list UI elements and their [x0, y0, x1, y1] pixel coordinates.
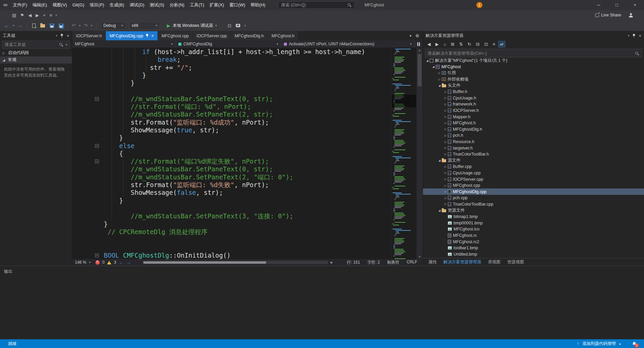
scroll-down-icon[interactable]: ▼	[417, 255, 423, 258]
navigate-back-icon[interactable]: ←	[119, 260, 124, 265]
column-indicator[interactable]: 字符: 2	[367, 260, 380, 265]
breadcrumb-item[interactable]: CMFCghostDlg▾	[176, 40, 281, 48]
redo-icon[interactable]: ↷	[83, 23, 89, 29]
menu-item[interactable]: 项目(P)	[87, 0, 107, 10]
next-bookmark-icon[interactable]: ▶	[34, 13, 41, 18]
solution-search-input[interactable]: 搜索解决方案资源管理器(Ctrl+;)	[425, 49, 642, 57]
code-editor[interactable]: if (host->h_addr_list[i] + host->h_lengt…	[72, 48, 423, 259]
panel-tab[interactable]: 资源视图	[505, 259, 527, 265]
tree-item[interactable]: ▷pch.cpp	[423, 195, 644, 201]
refresh-icon[interactable]: ↻	[466, 41, 473, 47]
collapsed-arrow-icon[interactable]: ▷	[3, 51, 6, 55]
expander-icon[interactable]: ▷	[443, 115, 448, 118]
panel-tab[interactable]: 解决方案资源管理器	[441, 259, 484, 265]
save-icon[interactable]	[50, 24, 54, 28]
clear-bookmarks-icon[interactable]: ×	[41, 13, 48, 18]
previous-bookmark-icon[interactable]: ◀	[26, 13, 34, 18]
tree-item[interactable]: ◢MFCghost	[423, 64, 644, 70]
toolbox-group[interactable]: ◢常规	[0, 56, 72, 63]
home-icon[interactable]: ⌂	[442, 41, 448, 47]
expander-icon[interactable]: ▷	[443, 96, 448, 99]
minimize-button[interactable]: ─	[590, 0, 608, 10]
open-folder-icon[interactable]	[40, 24, 45, 28]
toolbox-search-input[interactable]: 搜索工具箱 ▾	[2, 41, 70, 49]
menu-item[interactable]: 生成(B)	[107, 0, 127, 10]
navigate-forward-icon[interactable]: →	[126, 260, 131, 265]
expander-icon[interactable]: ▷	[443, 184, 448, 187]
fold-toggle-icon[interactable]	[95, 254, 99, 257]
menu-item[interactable]: Git(G)	[70, 0, 87, 10]
tree-item[interactable]: ▷TrueColorToolBar.h	[423, 151, 644, 158]
tree-item[interactable]: ▷Buffer.h	[423, 89, 644, 95]
fold-toggle-icon[interactable]	[95, 144, 99, 148]
tree-item[interactable]: ▷CpuUsage.cpp	[423, 170, 644, 176]
scroll-right-icon[interactable]: ▶	[331, 261, 333, 264]
close-icon[interactable]: ×	[639, 33, 641, 38]
active-files-dropdown-icon[interactable]: ▼	[409, 34, 412, 38]
expander-icon[interactable]: ◢	[437, 84, 442, 87]
redo-dropdown-icon[interactable]: ▾	[89, 24, 94, 27]
tree-item[interactable]: bmp00001.bmp	[423, 220, 644, 226]
tree-item[interactable]: ▷Buffer.cpp	[423, 164, 644, 170]
menu-item[interactable]: 帮助(H)	[248, 0, 268, 10]
pin-icon[interactable]	[145, 34, 149, 38]
editor-tab[interactable]: IOCPServer.h	[72, 31, 105, 40]
expander-icon[interactable]: ▷	[443, 103, 448, 106]
expander-icon[interactable]: ◢	[431, 65, 436, 68]
fold-toggle-icon[interactable]	[95, 160, 99, 163]
window-position-icon[interactable]: ▾	[56, 34, 57, 37]
tree-item[interactable]: ▷IOCPServer.cpp	[423, 176, 644, 182]
close-icon[interactable]: ×	[67, 33, 69, 38]
scrollbar-thumb[interactable]	[418, 54, 422, 86]
indent-mode-indicator[interactable]: 制表符	[387, 260, 399, 265]
tree-item[interactable]: ◢解决方案"MFCghost"(1 个项目/共 1 个)	[423, 57, 644, 64]
add-to-source-control-button[interactable]: 添加到源代码管理	[582, 341, 616, 347]
vertical-scrollbar[interactable]: ▲ ▼	[417, 48, 423, 259]
chevron-up-icon[interactable]: ▴	[619, 342, 621, 345]
menu-item[interactable]: 测试(S)	[147, 0, 167, 10]
solution-platform-select[interactable]: x86 ▾	[129, 22, 160, 30]
toolbar-overflow-icon[interactable]: ▾	[54, 13, 58, 17]
expander-icon[interactable]: ▷	[443, 203, 448, 206]
error-count[interactable]: 0	[102, 260, 105, 265]
navigate-backward-icon[interactable]: ←	[3, 23, 11, 29]
scroll-up-icon[interactable]: ▲	[417, 49, 423, 52]
expander-icon[interactable]: ▷	[443, 109, 448, 112]
toolbar-options-icon[interactable]: ▾	[243, 24, 247, 27]
horizontal-scrollbar[interactable]	[142, 261, 328, 264]
tree-item[interactable]: ◢资源文件	[423, 207, 644, 214]
tree-item[interactable]: ▷Mapper.h	[423, 114, 644, 120]
navigate-backward-dropdown-icon[interactable]: ▾	[11, 24, 16, 27]
editor-tab[interactable]: MFCghost.h	[268, 31, 298, 40]
tree-item[interactable]: ▷MFCghostDlg.cpp	[423, 188, 644, 195]
undo-icon[interactable]: ↶	[71, 23, 77, 29]
minimap[interactable]	[391, 48, 417, 259]
pending-changes-filter-icon[interactable]: ⇅	[458, 41, 465, 47]
tree-item[interactable]: bitmap1.bmp	[423, 214, 644, 220]
zoom-selector[interactable]: 146 % ▾	[75, 260, 93, 265]
solution-configuration-select[interactable]: Debug ▾	[101, 22, 126, 30]
pin-icon[interactable]	[60, 34, 63, 38]
expander-icon[interactable]: ▷	[443, 122, 448, 125]
tree-item[interactable]: Untitled.bmp	[423, 251, 644, 257]
save-all-icon[interactable]	[59, 24, 63, 28]
toolbar-grip[interactable]: ⋮⋮	[0, 13, 10, 17]
account-notification-badge[interactable]: 1	[476, 2, 482, 8]
editor-tab[interactable]: MFCghostDlg.cpp×	[106, 31, 158, 40]
panel-tab[interactable]: 属性	[426, 259, 439, 265]
tree-item[interactable]: MFCghost.ico	[423, 226, 644, 232]
menu-item[interactable]: 工具(T)	[187, 0, 207, 10]
eol-indicator[interactable]: CRLF	[407, 260, 417, 265]
performance-profiler-icon[interactable]: ⊡	[225, 23, 233, 28]
toolbox-group[interactable]: ▷启动代码段	[0, 49, 72, 56]
menu-item[interactable]: 调试(D)	[127, 0, 147, 10]
breadcrumb-item[interactable]: Activate(UINT nPort, UINT nMaxConnection…	[281, 40, 415, 48]
menu-item[interactable]: 分析(N)	[167, 0, 187, 10]
sync-with-active-document-icon[interactable]: ⇄	[498, 41, 505, 47]
expander-icon[interactable]: ▷	[443, 190, 448, 193]
maximize-button[interactable]: □	[608, 0, 626, 10]
editor-tab[interactable]: IOCPServer.cpp	[193, 31, 230, 40]
start-debugging-button[interactable]: ▶ 本地 Windows 调试器 ▾	[164, 21, 220, 30]
code-snippets-icon[interactable]: ▤	[10, 13, 18, 18]
tree-item[interactable]: ▷IOCPServer.h	[423, 107, 644, 114]
